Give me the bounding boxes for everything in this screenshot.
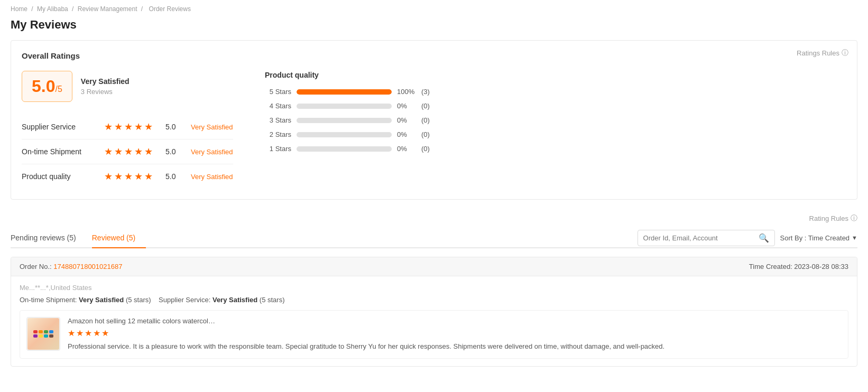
review-meta: On-time Shipment: Very Satisfied (5 star…	[20, 296, 848, 304]
watercolor-image	[27, 318, 59, 350]
score-block: 5.0/5 Very Satisfied 3 Reviews	[22, 71, 233, 102]
on-time-stars: (5 stars)	[126, 296, 151, 304]
reviewer-info: Me...**...*,United States	[20, 284, 848, 292]
rating-rules-link[interactable]: Rating Rules ⓘ	[809, 213, 857, 223]
search-box: 🔍	[638, 230, 775, 246]
rating-rules-row: Rating Rules ⓘ	[11, 210, 857, 228]
supplier-service-label: Supplier Service:	[159, 296, 213, 304]
bar-count-5: (3)	[421, 88, 430, 96]
right-section: Product quality 5 Stars 100% (3) 4 Stars…	[265, 71, 846, 189]
overall-ratings-title: Overall Ratings	[22, 51, 846, 60]
info-icon-top: ⓘ	[842, 48, 848, 58]
bar-pct-2: 0%	[397, 130, 416, 138]
bar-row-1: 1 Stars 0% (0)	[265, 145, 846, 153]
category-row-shipment: On-time Shipment ★ ★ ★ ★ ★ 5.0 Very Sati…	[22, 139, 233, 164]
review-item: Order No.: 174880718001021687 Time Creat…	[11, 257, 857, 367]
score-count: 3 Reviews	[81, 88, 130, 96]
bar-row-3: 3 Stars 0% (0)	[265, 116, 846, 124]
order-no: Order No.: 174880718001021687	[20, 263, 122, 270]
product-review-text: Professional service. It is a pleasure t…	[68, 341, 842, 352]
on-time-satisfaction: Very Satisfied	[79, 296, 124, 304]
stars-shipment: ★ ★ ★ ★ ★	[104, 146, 153, 157]
category-row-quality: Product quality ★ ★ ★ ★ ★ 5.0 Very Satis…	[22, 164, 233, 189]
tab-pending[interactable]: Pending reviews (5)	[11, 228, 87, 247]
bar-row-4: 4 Stars 0% (0)	[265, 102, 846, 110]
order-no-label: Order No.:	[20, 263, 52, 270]
bar-count-2: (0)	[421, 130, 430, 138]
info-icon-bottom: ⓘ	[851, 213, 857, 223]
sort-by-dropdown[interactable]: Sort By : Time Created ▼	[780, 234, 857, 242]
bar-row-5: 5 Stars 100% (3)	[265, 88, 846, 96]
supplier-service-stars: (5 stars)	[260, 296, 285, 304]
bar-track-2	[297, 132, 392, 137]
category-name-supplier: Supplier Service	[22, 123, 96, 131]
product-name: Amazon hot selling 12 metallic colors wa…	[68, 317, 842, 325]
ratings-rules-top-link[interactable]: Ratings Rules ⓘ	[797, 48, 848, 58]
bar-label-5: 5 Stars	[265, 88, 291, 96]
tabs-bar: Pending reviews (5) Reviewed (5) 🔍 Sort …	[11, 228, 857, 248]
ratings-rules-top-label: Ratings Rules	[797, 49, 839, 57]
bar-label-4: 4 Stars	[265, 102, 291, 110]
breadcrumb-home[interactable]: Home	[11, 5, 27, 13]
satisfaction-quality: Very Satisfied	[191, 173, 233, 181]
overall-ratings-card: Ratings Rules ⓘ Overall Ratings 5.0/5 Ve…	[11, 40, 857, 200]
stars-supplier: ★ ★ ★ ★ ★	[104, 121, 153, 133]
rating-rules-label: Rating Rules	[809, 214, 848, 222]
breadcrumb-review-management[interactable]: Review Management	[78, 5, 137, 13]
satisfaction-supplier: Very Satisfied	[191, 123, 233, 131]
on-time-label: On-time Shipment:	[20, 296, 79, 304]
breadcrumb-myalibaba[interactable]: My Alibaba	[37, 5, 68, 13]
supplier-service-satisfaction: Very Satisfied	[213, 296, 257, 304]
product-stars: ★ ★ ★ ★ ★	[68, 328, 842, 338]
product-info: Amazon hot selling 12 metallic colors wa…	[68, 317, 842, 352]
bar-label-2: 2 Stars	[265, 130, 291, 138]
score-supplier: 5.0	[165, 123, 182, 131]
score-quality: 5.0	[165, 172, 182, 181]
left-section: 5.0/5 Very Satisfied 3 Reviews Supplier …	[22, 71, 233, 189]
bar-pct-1: 0%	[397, 145, 416, 153]
time-created: Time Created: 2023-08-28 08:33	[749, 263, 848, 270]
overall-content: 5.0/5 Very Satisfied 3 Reviews Supplier …	[22, 71, 846, 189]
bar-pct-5: 100%	[397, 88, 416, 96]
chevron-down-icon: ▼	[852, 235, 857, 241]
score-main: 5.0	[32, 77, 55, 96]
bar-fill-5	[297, 89, 392, 95]
bar-label-3: 3 Stars	[265, 116, 291, 124]
page-title: My Reviews	[11, 18, 857, 32]
satisfaction-shipment: Very Satisfied	[191, 148, 233, 156]
bar-track-5	[297, 89, 392, 95]
bar-track-1	[297, 146, 392, 152]
tabs-section: Rating Rules ⓘ Pending reviews (5) Revie…	[11, 210, 857, 367]
product-thumbnail	[26, 317, 60, 351]
score-satisfaction: Very Satisfied	[81, 77, 130, 86]
paint-dots	[31, 328, 56, 340]
product-quality-title: Product quality	[265, 71, 846, 79]
sort-by-label: Sort By : Time Created	[780, 234, 850, 242]
stars-quality: ★ ★ ★ ★ ★	[104, 171, 153, 182]
breadcrumb: Home / My Alibaba / Review Management / …	[11, 5, 857, 13]
category-name-shipment: On-time Shipment	[22, 147, 96, 156]
bar-track-3	[297, 118, 392, 123]
bar-label-1: 1 Stars	[265, 145, 291, 153]
review-header: Order No.: 174880718001021687 Time Creat…	[11, 257, 857, 276]
search-input[interactable]	[643, 234, 759, 242]
category-row-supplier: Supplier Service ★ ★ ★ ★ ★ 5.0 Very Sati…	[22, 115, 233, 139]
bar-pct-4: 0%	[397, 102, 416, 110]
bar-count-4: (0)	[421, 102, 430, 110]
bar-count-3: (0)	[421, 116, 430, 124]
reviewer-name: Me...**...*,United States	[20, 284, 92, 292]
bar-count-1: (0)	[421, 145, 430, 153]
bar-row-2: 2 Stars 0% (0)	[265, 130, 846, 138]
bar-track-4	[297, 104, 392, 109]
tabs-right: 🔍 Sort By : Time Created ▼	[638, 230, 857, 246]
search-icon[interactable]: 🔍	[759, 233, 769, 243]
score-denom: /5	[55, 85, 62, 94]
score-box: 5.0/5	[22, 71, 72, 102]
bar-pct-3: 0%	[397, 116, 416, 124]
tab-reviewed[interactable]: Reviewed (5)	[92, 228, 146, 248]
breadcrumb-current: Order Reviews	[149, 5, 191, 13]
review-body: Me...**...*,United States On-time Shipme…	[11, 276, 857, 366]
product-review: Amazon hot selling 12 metallic colors wa…	[20, 310, 848, 359]
order-no-link[interactable]: 174880718001021687	[53, 263, 122, 270]
category-name-quality: Product quality	[22, 172, 96, 181]
